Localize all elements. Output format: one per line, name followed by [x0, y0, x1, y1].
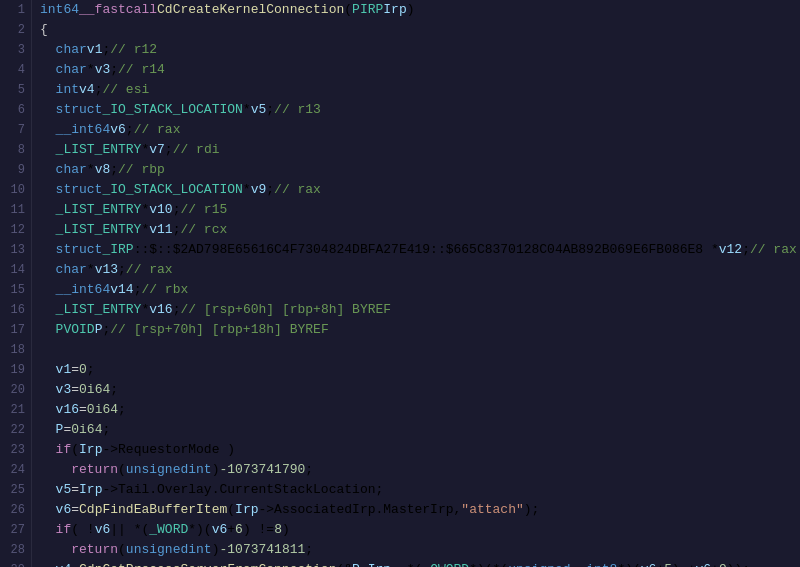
code-line: [40, 340, 800, 360]
code-line: return (unsigned int)-1073741790;: [40, 460, 800, 480]
code-line: struct _IRP::$::$2AD798E65616C4F7304824D…: [40, 240, 800, 260]
line-number: 25: [0, 480, 25, 500]
code-line: _LIST_ENTRY *v11; // rcx: [40, 220, 800, 240]
code-line: char *v13; // rax: [40, 260, 800, 280]
line-number: 14: [0, 260, 25, 280]
line-number: 27: [0, 520, 25, 540]
line-number: 10: [0, 180, 25, 200]
code-line: char *v3; // r14: [40, 60, 800, 80]
line-number: 9: [0, 160, 25, 180]
line-number: 8: [0, 140, 25, 160]
line-number: 23: [0, 440, 25, 460]
line-number: 7: [0, 120, 25, 140]
line-number: 5: [0, 80, 25, 100]
line-number: 24: [0, 460, 25, 480]
code-line: v6 = CdpFindEaBufferItem(Irp->Associated…: [40, 500, 800, 520]
line-numbers: 1234567891011121314151617181920212223242…: [0, 0, 32, 567]
line-number: 12: [0, 220, 25, 240]
code-line: _LIST_ENTRY *v10; // r15: [40, 200, 800, 220]
line-number: 29: [0, 560, 25, 567]
code-line: if ( Irp->RequestorMode ): [40, 440, 800, 460]
code-editor: 1234567891011121314151617181920212223242…: [0, 0, 800, 567]
line-number: 13: [0, 240, 25, 260]
line-number: 21: [0, 400, 25, 420]
code-line: v4 = CdpGetProcessServerFromConnection(&…: [40, 560, 800, 567]
code-line: P = 0i64;: [40, 420, 800, 440]
line-number: 1: [0, 0, 25, 20]
line-number: 18: [0, 340, 25, 360]
code-line: v16 = 0i64;: [40, 400, 800, 420]
code-line: char *v8; // rbp: [40, 160, 800, 180]
code-line: int64 __fastcall CdCreateKernelConnectio…: [40, 0, 800, 20]
line-number: 15: [0, 280, 25, 300]
line-number: 17: [0, 320, 25, 340]
code-line: int v4; // esi: [40, 80, 800, 100]
code-line: struct _IO_STACK_LOCATION *v5; // r13: [40, 100, 800, 120]
line-number: 20: [0, 380, 25, 400]
line-number: 26: [0, 500, 25, 520]
line-number: 16: [0, 300, 25, 320]
code-line: return (unsigned int)-1073741811;: [40, 540, 800, 560]
line-number: 3: [0, 40, 25, 60]
line-number: 19: [0, 360, 25, 380]
line-number: 2: [0, 20, 25, 40]
line-number: 22: [0, 420, 25, 440]
code-line: struct _IO_STACK_LOCATION *v9; // rax: [40, 180, 800, 200]
code-line: _LIST_ENTRY *v7; // rdi: [40, 140, 800, 160]
code-area[interactable]: int64 __fastcall CdCreateKernelConnectio…: [32, 0, 800, 567]
code-line: PVOID P; // [rsp+70h] [rbp+18h] BYREF: [40, 320, 800, 340]
line-number: 4: [0, 60, 25, 80]
code-line: char v1; // r12: [40, 40, 800, 60]
line-number: 28: [0, 540, 25, 560]
code-line: __int64 v6; // rax: [40, 120, 800, 140]
code-line: __int64 v14; // rbx: [40, 280, 800, 300]
code-line: v5 = Irp->Tail.Overlay.CurrentStackLocat…: [40, 480, 800, 500]
code-line: v1 = 0;: [40, 360, 800, 380]
line-number: 6: [0, 100, 25, 120]
line-number: 11: [0, 200, 25, 220]
code-line: _LIST_ENTRY *v16; // [rsp+60h] [rbp+8h] …: [40, 300, 800, 320]
code-line: if ( !v6 || *(_WORD *)(v6 + 6) != 8 ): [40, 520, 800, 540]
code-line: v3 = 0i64;: [40, 380, 800, 400]
code-line: {: [40, 20, 800, 40]
